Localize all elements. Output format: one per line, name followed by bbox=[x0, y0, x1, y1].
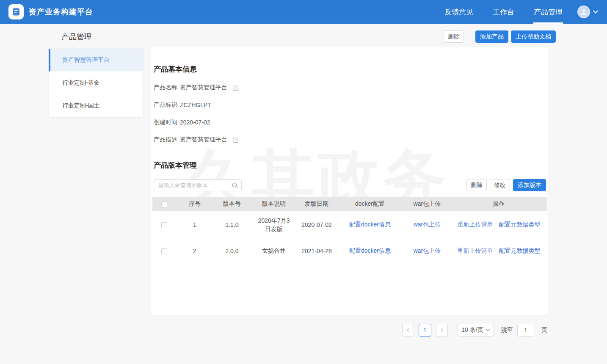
version-toolbar: 删除 修改 添加版本 bbox=[466, 179, 546, 191]
war-upload-link[interactable]: war包上传 bbox=[414, 247, 441, 254]
prev-page-button[interactable] bbox=[402, 324, 414, 336]
basic-info-section-title: 产品基本信息 bbox=[154, 64, 548, 74]
nav-item-product-management[interactable]: 产品管理 bbox=[524, 0, 572, 24]
col-header-docker: docker配置 bbox=[336, 197, 404, 211]
reupload-list-link[interactable]: 重新上传清单 bbox=[458, 221, 493, 228]
page-title: 产品管理 bbox=[61, 32, 92, 42]
upload-help-doc-button[interactable]: 上传帮助文档 bbox=[511, 30, 556, 43]
page-size-select[interactable]: 10 条/页 bbox=[458, 324, 494, 336]
nav-item-workbench[interactable]: 工作台 bbox=[483, 0, 524, 24]
reupload-list-link[interactable]: 重新上传清单 bbox=[458, 247, 493, 254]
cell-release-date: 2021-04-28 bbox=[301, 247, 333, 255]
field-value: 2020-07-02 bbox=[180, 119, 210, 126]
row-checkbox[interactable] bbox=[161, 222, 167, 228]
field-label: 创建时间 bbox=[154, 119, 177, 126]
chevron-down-icon bbox=[593, 10, 599, 14]
cell-release-date: 2020-07-02 bbox=[301, 221, 333, 229]
metadata-type-link[interactable]: 配置元数据类型 bbox=[499, 247, 541, 254]
sidebar-divider bbox=[143, 24, 143, 364]
row-checkbox[interactable] bbox=[161, 248, 167, 254]
nav-item-product-management-label: 产品管理 bbox=[534, 7, 563, 17]
page-unit-label: 页 bbox=[541, 326, 547, 334]
edit-icon[interactable] bbox=[232, 137, 239, 143]
info-row-create-time: 创建时间 2020-07-02 bbox=[154, 119, 548, 126]
user-icon bbox=[579, 7, 588, 17]
cell-index: 1 bbox=[176, 211, 213, 239]
page-size-value: 10 条/页 bbox=[461, 326, 483, 334]
info-row-product-name: 产品名称 资产智慧管理平台 bbox=[154, 84, 548, 91]
cell-description: 2020年7月3日发版 bbox=[258, 216, 290, 233]
search-icon[interactable] bbox=[232, 182, 238, 190]
info-row-product-id: 产品标识 ZCZHGLPT bbox=[154, 101, 548, 109]
nav-item-workbench-label: 工作台 bbox=[493, 7, 514, 17]
field-value: ZCZHGLPT bbox=[180, 102, 211, 108]
chevron-left-icon bbox=[406, 328, 410, 333]
field-value: 资产智慧管理平台 bbox=[180, 84, 227, 91]
table-row: 2 2.0.0 女娲合并 2021-04-28 配置docker信息 war包上… bbox=[152, 239, 547, 263]
version-section-title: 产品版本管理 bbox=[154, 160, 548, 170]
next-page-button[interactable] bbox=[436, 324, 448, 336]
docker-config-link[interactable]: 配置docker信息 bbox=[349, 247, 391, 254]
select-all-checkbox[interactable] bbox=[161, 201, 167, 207]
header-checkbox-cell bbox=[152, 197, 176, 211]
cell-version: 1.1.0 bbox=[213, 211, 251, 239]
modify-version-button[interactable]: 修改 bbox=[490, 179, 510, 191]
metadata-type-link[interactable]: 配置元数据类型 bbox=[499, 221, 541, 228]
col-header-actions: 操作 bbox=[450, 197, 547, 211]
sidebar-item-industry-fund[interactable]: 行业定制-基金 bbox=[49, 72, 143, 94]
cell-description: 女娲合并 bbox=[262, 247, 286, 254]
table-header-row: 序号 版本号 版本说明 发版日期 docker配置 war包上传 操作 bbox=[152, 197, 547, 211]
war-upload-link[interactable]: war包上传 bbox=[414, 221, 441, 228]
user-menu-dropdown[interactable] bbox=[593, 10, 599, 14]
top-navbar: 资产业务构建平台 反馈意见 工作台 产品管理 bbox=[0, 0, 607, 24]
field-label: 产品标识 bbox=[154, 101, 177, 109]
sidebar-item-label: 行业定制-基金 bbox=[62, 79, 100, 87]
version-search-input[interactable] bbox=[154, 179, 242, 191]
chevron-down-icon bbox=[486, 328, 490, 332]
info-row-product-description: 产品描述 资产智慧管理平台 bbox=[154, 136, 548, 143]
table-row: 1 1.1.0 2020年7月3日发版 2020-07-02 配置docker信… bbox=[152, 211, 547, 239]
page-header-actions: 删除 添加产品 上传帮助文档 bbox=[444, 30, 556, 43]
col-header-war: war包上传 bbox=[404, 197, 450, 211]
field-label: 产品描述 bbox=[154, 136, 177, 143]
jump-page-input[interactable] bbox=[517, 324, 534, 336]
add-version-button[interactable]: 添加版本 bbox=[513, 179, 546, 191]
sidebar-item-asset-platform[interactable]: 资产智慧管理平台 bbox=[49, 49, 143, 72]
field-value: 资产智慧管理平台 bbox=[180, 136, 227, 143]
version-search bbox=[154, 179, 242, 191]
field-label: 产品名称 bbox=[154, 84, 177, 91]
user-avatar[interactable] bbox=[577, 6, 590, 18]
cell-version: 2.0.0 bbox=[213, 239, 251, 263]
jump-to-label: 跳至 bbox=[501, 326, 513, 334]
product-sidebar: 资产智慧管理平台 行业定制-基金 行业定制-国土 bbox=[49, 49, 143, 117]
navbar-menu: 反馈意见 工作台 产品管理 bbox=[435, 0, 607, 24]
nav-item-feedback-label: 反馈意见 bbox=[444, 7, 473, 17]
cell-index: 2 bbox=[176, 239, 213, 263]
app-title: 资产业务构建平台 bbox=[29, 7, 93, 17]
sidebar-item-label: 行业定制-国土 bbox=[62, 102, 100, 110]
col-header-release-date: 发版日期 bbox=[297, 197, 336, 211]
edit-icon[interactable] bbox=[232, 85, 239, 91]
pagination: 1 10 条/页 跳至 页 bbox=[402, 324, 547, 336]
sidebar-item-label: 资产智慧管理平台 bbox=[62, 56, 110, 64]
app-logo bbox=[8, 4, 24, 19]
version-table: 序号 版本号 版本说明 发版日期 docker配置 war包上传 操作 1 1.… bbox=[152, 197, 547, 263]
col-header-index: 序号 bbox=[176, 197, 213, 211]
col-header-version: 版本号 bbox=[213, 197, 251, 211]
nav-item-feedback[interactable]: 反馈意见 bbox=[435, 0, 483, 24]
add-product-button[interactable]: 添加产品 bbox=[475, 30, 508, 43]
page-number-1[interactable]: 1 bbox=[419, 324, 431, 336]
chevron-right-icon bbox=[440, 328, 444, 333]
product-detail-panel: 久其政务 产品基本信息 产品名称 资产智慧管理平台 产品标识 ZCZHGLPT bbox=[151, 47, 548, 315]
document-icon bbox=[12, 8, 20, 16]
col-header-description: 版本说明 bbox=[251, 197, 297, 211]
delete-product-button[interactable]: 删除 bbox=[444, 30, 464, 43]
delete-version-button[interactable]: 删除 bbox=[466, 179, 487, 191]
docker-config-link[interactable]: 配置docker信息 bbox=[349, 221, 391, 228]
sidebar-item-industry-land[interactable]: 行业定制-国土 bbox=[49, 94, 143, 117]
page: 资产业务构建平台 反馈意见 工作台 产品管理 bbox=[0, 0, 607, 364]
